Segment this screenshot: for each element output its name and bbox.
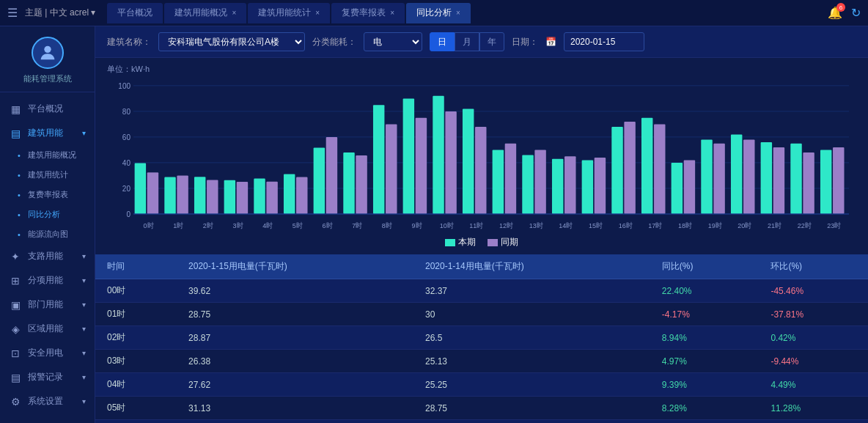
svg-rect-51 <box>564 156 575 214</box>
cell-2-3: 8.94% <box>650 326 760 350</box>
sidebar-item-8[interactable]: ⚙ 系统设置▾ <box>0 389 95 413</box>
svg-text:16时: 16时 <box>619 221 633 229</box>
menu-icon[interactable]: ☰ <box>7 6 18 20</box>
table-header: 时间2020-1-15用电量(千瓦时)2020-1-14用电量(千瓦时)同比(%… <box>95 254 868 279</box>
nav-label-8: 系统设置 <box>28 395 63 408</box>
svg-rect-23 <box>433 96 444 214</box>
svg-text:17时: 17时 <box>648 221 662 229</box>
sidebar-sub-1-1[interactable]: 建筑用统计 <box>0 165 95 185</box>
svg-rect-33 <box>731 134 742 214</box>
cell-6-0: 06时 <box>95 420 177 424</box>
nav-arrow-6: ▾ <box>82 349 86 357</box>
table-row: 04时27.6225.259.39%4.49% <box>95 373 868 397</box>
svg-rect-57 <box>743 139 754 214</box>
user-icon <box>37 43 58 63</box>
nav-icon-5: ◈ <box>9 323 22 335</box>
svg-text:21时: 21时 <box>768 221 781 229</box>
cell-3-2: 25.13 <box>413 350 650 373</box>
sidebar-sub-1-3[interactable]: 同比分析 <box>0 205 95 224</box>
sidebar-item-4[interactable]: ▣ 部门用能▾ <box>0 293 95 317</box>
cell-2-2: 26.5 <box>413 326 650 350</box>
sidebar-item-0[interactable]: ▦ 平台概况 <box>0 97 95 121</box>
tab-close-2[interactable]: × <box>315 9 320 17</box>
svg-text:22时: 22时 <box>798 221 812 229</box>
svg-text:14时: 14时 <box>559 221 573 229</box>
system-title: 能耗管理系统 <box>23 73 72 84</box>
building-select[interactable]: 安科瑞电气股份有限公司A楼 <box>158 32 305 51</box>
table-row: 05时31.1328.758.28%11.28% <box>95 397 868 420</box>
col-header: 2020-1-14用电量(千瓦时) <box>413 254 650 279</box>
period-btn-group: 日 月 年 <box>430 32 504 51</box>
tab-close-3[interactable]: × <box>390 9 394 17</box>
tab-1[interactable]: 建筑用能概况× <box>164 3 246 23</box>
svg-text:13时: 13时 <box>529 221 543 229</box>
svg-rect-44 <box>356 155 367 214</box>
sidebar-item-5[interactable]: ◈ 区域用能▾ <box>0 317 95 341</box>
period-month-btn[interactable]: 月 <box>455 32 479 51</box>
sidebar-item-3[interactable]: ⊞ 分项用能▾ <box>0 268 95 293</box>
table-row: 02时28.8726.58.94%0.42% <box>95 326 868 350</box>
col-header: 同比(%) <box>650 254 760 279</box>
svg-rect-42 <box>296 177 307 214</box>
svg-rect-17 <box>254 179 265 214</box>
cell-5-4: 11.28% <box>759 397 868 420</box>
theme-label[interactable]: 主题 | 中文 acrel ▾ <box>25 7 95 19</box>
date-label: 日期： <box>512 36 538 48</box>
filter-bar: 建筑名称： 安科瑞电气股份有限公司A楼 分类能耗： 电 日 月 年 日期： 📅 <box>95 26 868 58</box>
svg-text:7时: 7时 <box>352 221 362 229</box>
cell-2-0: 02时 <box>95 326 177 350</box>
bar-chart: 1008060402000时1时2时3时4时5时6时7时8时9时10时11时12… <box>107 78 856 233</box>
cell-3-4: -9.44% <box>759 350 868 373</box>
col-header: 环比(%) <box>759 254 868 279</box>
category-select[interactable]: 电 <box>364 32 422 51</box>
table-row: 00时39.6232.3722.40%-45.46% <box>95 279 868 303</box>
sidebar-item-6[interactable]: ⊡ 安全用电▾ <box>0 341 95 365</box>
cell-6-3: -13.95% <box>650 420 760 424</box>
tab-close-4[interactable]: × <box>456 9 460 17</box>
tab-3[interactable]: 复费率报表× <box>331 3 405 23</box>
svg-rect-54 <box>654 124 665 214</box>
sidebar-item-1[interactable]: ▤ 建筑用能▾ <box>0 121 95 145</box>
nav-arrow-1: ▾ <box>82 129 86 137</box>
svg-rect-38 <box>177 175 188 214</box>
bell-icon[interactable]: 🔔6 <box>828 6 842 20</box>
svg-text:0时: 0时 <box>144 221 154 229</box>
legend-prev: 同期 <box>488 236 518 249</box>
calendar-icon: 📅 <box>545 37 556 47</box>
svg-rect-58 <box>773 147 784 214</box>
content-area: 建筑名称： 安科瑞电气股份有限公司A楼 分类能耗： 电 日 月 年 日期： 📅 … <box>95 26 868 423</box>
tab-4[interactable]: 同比分析× <box>406 3 471 23</box>
chart-unit: 单位：kW·h <box>107 64 856 75</box>
svg-text:8时: 8时 <box>382 221 392 229</box>
date-input[interactable] <box>564 32 644 51</box>
nav-icon-4: ▣ <box>9 299 22 311</box>
sidebar-sub-1-0[interactable]: 建筑用能概况 <box>0 145 95 165</box>
nav-label-2: 支路用能 <box>28 250 63 262</box>
sidebar-item-2[interactable]: ✦ 支路用能▾ <box>0 244 95 268</box>
svg-text:6时: 6时 <box>323 221 333 229</box>
svg-rect-16 <box>224 180 235 214</box>
svg-text:19时: 19时 <box>708 221 722 229</box>
cell-1-2: 30 <box>413 303 650 326</box>
svg-rect-34 <box>761 142 772 214</box>
tab-2[interactable]: 建筑用能统计× <box>248 3 330 23</box>
sidebar-sub-1-4[interactable]: 能源流向图 <box>0 224 95 244</box>
cell-4-2: 25.25 <box>413 373 650 397</box>
refresh-icon[interactable]: ↻ <box>851 6 861 20</box>
tab-close-1[interactable]: × <box>232 9 236 17</box>
svg-text:1时: 1时 <box>173 221 183 229</box>
table-row: 01时28.7530-4.17%-37.81% <box>95 303 868 326</box>
sidebar-item-7[interactable]: ▤ 报警记录▾ <box>0 365 95 389</box>
tab-list: 平台概况建筑用能概况×建筑用能统计×复费率报表×同比分析× <box>107 3 828 23</box>
nav-label-7: 报警记录 <box>28 371 63 383</box>
cell-1-3: -4.17% <box>650 303 760 326</box>
tab-0[interactable]: 平台概况 <box>107 3 163 23</box>
svg-text:11时: 11时 <box>469 221 483 229</box>
period-day-btn[interactable]: 日 <box>430 32 455 51</box>
svg-rect-15 <box>194 177 205 214</box>
sidebar-sub-1-2[interactable]: 复费率报表 <box>0 185 95 205</box>
period-year-btn[interactable]: 年 <box>479 32 504 51</box>
svg-rect-45 <box>386 124 397 214</box>
nav-icon-8: ⚙ <box>9 396 22 408</box>
cell-1-4: -37.81% <box>759 303 868 326</box>
